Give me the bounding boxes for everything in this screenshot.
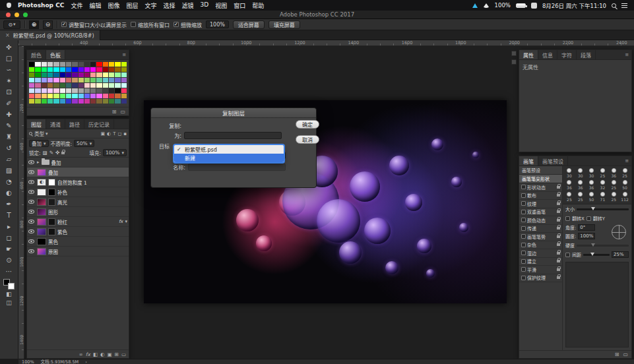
layer-name[interactable]: 补色: [57, 189, 67, 196]
opacity-dropdown[interactable]: 50%▾: [74, 140, 94, 147]
blend-mode-dropdown[interactable]: 叠加▾: [29, 140, 49, 147]
color-swatch[interactable]: [103, 78, 108, 82]
tool-icon[interactable]: ✐: [1, 98, 17, 109]
zoom-in-button[interactable]: ⊕: [29, 20, 39, 29]
color-swatch[interactable]: [90, 78, 96, 82]
color-swatch[interactable]: [72, 78, 77, 82]
color-swatch[interactable]: [72, 67, 77, 72]
layer-mask-thumbnail[interactable]: [48, 189, 55, 196]
color-swatch[interactable]: [96, 83, 102, 88]
color-swatch[interactable]: [84, 94, 90, 98]
color-swatch[interactable]: [109, 67, 114, 72]
spacing-slider[interactable]: [583, 254, 610, 256]
tool-icon[interactable]: ⋯: [1, 266, 17, 277]
color-swatch[interactable]: [79, 94, 84, 98]
menu-item[interactable]: 图层: [126, 1, 138, 10]
color-swatch[interactable]: [35, 62, 40, 67]
color-swatch[interactable]: [72, 73, 77, 77]
brush-option-row[interactable]: 纹理: [519, 200, 562, 208]
color-swatch[interactable]: [103, 62, 108, 67]
layer-thumbnail[interactable]: [37, 228, 46, 235]
lock-transparency-icon[interactable]: ▨: [43, 150, 48, 156]
color-swatch[interactable]: [29, 99, 34, 104]
checkbox[interactable]: [521, 185, 526, 189]
tool-icon[interactable]: ↺: [1, 142, 17, 154]
color-swatch[interactable]: [66, 99, 71, 104]
new-layer-icon[interactable]: ⊞: [115, 351, 119, 357]
layer-row[interactable]: 高光: [27, 197, 129, 207]
layer-name[interactable]: 叠加: [51, 159, 61, 166]
notification-center-icon[interactable]: [621, 3, 627, 8]
document-tab[interactable]: × 粉紫壁纸.psd @ 100%(RGB/8#): [0, 30, 100, 40]
checkbox[interactable]: [521, 218, 526, 222]
visibility-eye-icon[interactable]: [28, 239, 34, 243]
layer-row[interactable]: ▸ 叠加: [27, 158, 129, 167]
color-swatch[interactable]: [121, 78, 127, 82]
color-swatch[interactable]: [121, 62, 127, 67]
color-swatch[interactable]: [35, 99, 40, 104]
resize-windows-checkbox[interactable]: 调整窗口大小以满屏显示: [61, 21, 127, 28]
brush-option-row[interactable]: 平滑: [519, 266, 562, 274]
checkbox[interactable]: [521, 276, 526, 280]
fill-dropdown[interactable]: 100%▾: [103, 149, 127, 156]
filter-smart-icon[interactable]: ▪: [123, 131, 127, 136]
lock-icon[interactable]: [557, 252, 560, 255]
visibility-eye-icon[interactable]: [28, 249, 34, 253]
layer-row[interactable]: 粉红 fx ▾: [27, 217, 129, 227]
tab-paragraph[interactable]: 段落: [577, 50, 596, 59]
menu-item[interactable]: 窗口: [234, 1, 245, 10]
brush-tip[interactable]: 50: [619, 179, 630, 191]
tab-character[interactable]: 字符: [557, 50, 577, 59]
color-swatch[interactable]: [35, 67, 40, 72]
screen-mode-icon[interactable]: ◫: [1, 298, 17, 307]
menu-item[interactable]: 文字: [144, 1, 156, 10]
brush-tip[interactable]: 36: [586, 179, 597, 191]
color-swatch[interactable]: [115, 83, 120, 88]
color-swatch[interactable]: [96, 99, 102, 104]
color-swatch[interactable]: [42, 73, 47, 77]
brush-option-row[interactable]: 双重画笔: [519, 208, 562, 217]
color-swatch[interactable]: [109, 99, 114, 104]
lock-icon[interactable]: [557, 243, 560, 246]
color-swatch[interactable]: [90, 88, 96, 93]
checkbox[interactable]: [521, 243, 526, 247]
lock-icon[interactable]: [557, 260, 560, 262]
tab-properties[interactable]: 属性: [519, 50, 538, 59]
tool-icon[interactable]: ✜: [1, 42, 17, 53]
color-swatch[interactable]: [48, 67, 53, 72]
tab-paths[interactable]: 路径: [65, 119, 84, 129]
menu-item[interactable]: 编辑: [89, 1, 101, 10]
brush-option-label[interactable]: 湿边: [527, 250, 536, 257]
color-swatch[interactable]: [84, 78, 90, 82]
mask-icon[interactable]: ◧: [93, 351, 98, 357]
collapsed-panel-icon[interactable]: [511, 51, 517, 56]
brush-tip[interactable]: 30: [575, 167, 586, 179]
color-swatch[interactable]: [109, 94, 114, 98]
color-swatch[interactable]: [72, 83, 77, 88]
active-tool-icon[interactable]: ⊙▾: [3, 20, 20, 29]
visibility-eye-icon[interactable]: [28, 220, 34, 224]
zoom-window-button[interactable]: [23, 13, 28, 17]
status-chevron-icon[interactable]: ›: [85, 359, 87, 364]
background-color-swatch[interactable]: [8, 283, 15, 289]
layer-thumbnail[interactable]: [37, 248, 46, 255]
brush-tip[interactable]: 25: [619, 167, 630, 179]
brush-option-row[interactable]: 传递: [519, 225, 562, 233]
tab-history[interactable]: 历史记录: [84, 119, 114, 129]
color-swatch[interactable]: [96, 62, 102, 67]
zoom-out-button[interactable]: ⊖: [43, 20, 53, 29]
brush-tip[interactable]: 71: [597, 191, 608, 202]
color-swatch[interactable]: [84, 83, 90, 88]
lock-position-icon[interactable]: ✜: [55, 150, 59, 156]
fx-expand-icon[interactable]: ▾: [125, 219, 127, 224]
color-swatch[interactable]: [121, 88, 127, 93]
collapsed-panel-icon[interactable]: [511, 59, 517, 65]
checkbox[interactable]: [521, 259, 526, 264]
adjustment-layer-icon[interactable]: ◐: [37, 179, 46, 186]
close-window-button[interactable]: [6, 13, 11, 17]
color-swatch[interactable]: [72, 88, 77, 93]
layer-thumbnail[interactable]: [37, 198, 46, 206]
color-swatch[interactable]: [29, 94, 34, 98]
color-swatch[interactable]: [60, 88, 65, 93]
color-swatch[interactable]: [29, 62, 34, 67]
